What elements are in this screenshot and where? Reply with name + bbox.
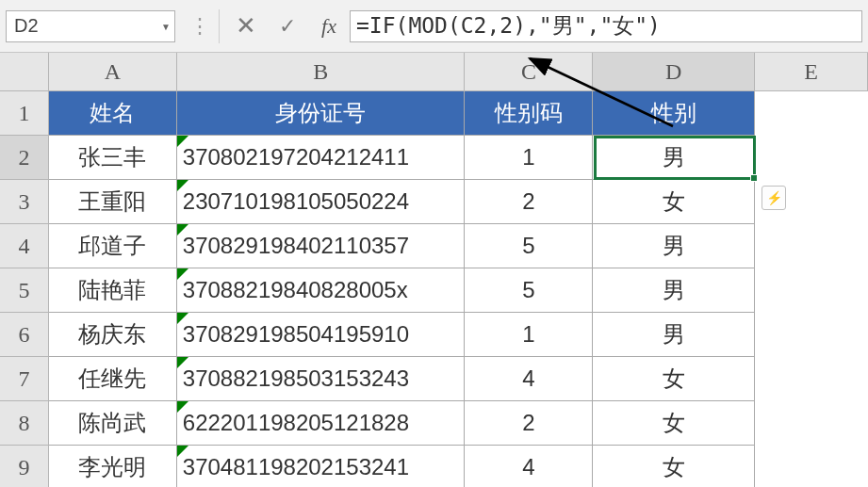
- cell-a4[interactable]: 邱道子: [49, 224, 177, 268]
- col-header-e[interactable]: E: [755, 53, 868, 90]
- col-header-d[interactable]: D: [593, 53, 755, 90]
- cell-d7[interactable]: 女: [593, 357, 755, 401]
- fx-icon[interactable]: fx: [308, 9, 350, 43]
- cell-a9[interactable]: 李光明: [49, 446, 177, 487]
- col-header-b[interactable]: B: [177, 53, 466, 90]
- row-header-7[interactable]: 7: [0, 357, 49, 401]
- cell-a5[interactable]: 陆艳菲: [49, 268, 177, 313]
- cell-b7[interactable]: 370882198503153243: [177, 357, 466, 401]
- cell-b3[interactable]: 230710198105050224: [177, 180, 466, 224]
- cell-c4[interactable]: 5: [465, 224, 593, 268]
- toolbar-drag-handle-icon: ⋮: [185, 14, 213, 39]
- table-row: 1 姓名 身份证号 性别码 性别: [0, 91, 868, 136]
- spreadsheet-grid: A B C D E 1 姓名 身份证号 性别码 性别 2 张三丰 3708021…: [0, 53, 868, 487]
- table-row: 4 邱道子 370829198402110357 5 男: [0, 224, 868, 268]
- formula-toolbar: D2 ▼ ⋮ ✕ ✓ fx =IF(MOD(C2,2),"男","女"): [0, 0, 868, 53]
- cell-e9[interactable]: [755, 446, 868, 487]
- name-box-value: D2: [14, 15, 39, 37]
- formula-bar-value: =IF(MOD(C2,2),"男","女"): [356, 11, 661, 41]
- row-header-8[interactable]: 8: [0, 401, 49, 446]
- cell-d9[interactable]: 女: [593, 446, 755, 487]
- cell-c6[interactable]: 1: [465, 313, 593, 357]
- cell-c1[interactable]: 性别码: [465, 91, 593, 136]
- cell-c8[interactable]: 2: [465, 401, 593, 446]
- cell-b6[interactable]: 370829198504195910: [177, 313, 466, 357]
- cell-e8[interactable]: [755, 401, 868, 446]
- cell-d1[interactable]: 性别: [593, 91, 755, 136]
- cell-b1[interactable]: 身份证号: [177, 91, 466, 136]
- row-header-3[interactable]: 3: [0, 180, 49, 224]
- row-header-6[interactable]: 6: [0, 313, 49, 357]
- formula-bar[interactable]: =IF(MOD(C2,2),"男","女"): [350, 10, 862, 42]
- row-header-1[interactable]: 1: [0, 91, 49, 136]
- cell-d5[interactable]: 男: [593, 268, 755, 313]
- toolbar-separator: [219, 9, 220, 43]
- cell-e4[interactable]: [755, 224, 868, 268]
- row-header-9[interactable]: 9: [0, 446, 49, 487]
- grid-body: 1 姓名 身份证号 性别码 性别 2 张三丰 37080219720421241…: [0, 91, 868, 487]
- cell-d8[interactable]: 女: [593, 401, 755, 446]
- cell-e7[interactable]: [755, 357, 868, 401]
- name-box[interactable]: D2 ▼: [6, 10, 175, 42]
- table-row: 7 任继先 370882198503153243 4 女: [0, 357, 868, 401]
- table-row: 2 张三丰 370802197204212411 1 男: [0, 136, 868, 180]
- table-row: 5 陆艳菲 37088219840828005x 5 男: [0, 268, 868, 313]
- cell-d2[interactable]: 男: [593, 136, 755, 180]
- column-headers: A B C D E: [0, 53, 868, 91]
- cell-a6[interactable]: 杨庆东: [49, 313, 177, 357]
- table-row: 3 王重阳 230710198105050224 2 女: [0, 180, 868, 224]
- row-header-2[interactable]: 2: [0, 136, 49, 180]
- cell-a8[interactable]: 陈尚武: [49, 401, 177, 446]
- cell-e5[interactable]: [755, 268, 868, 313]
- col-header-c[interactable]: C: [465, 53, 593, 90]
- select-all-corner[interactable]: [0, 53, 49, 90]
- cell-c3[interactable]: 2: [465, 180, 593, 224]
- cell-c2[interactable]: 1: [465, 136, 593, 180]
- autofill-options-icon[interactable]: ⚡: [762, 186, 786, 210]
- cell-b4[interactable]: 370829198402110357: [177, 224, 466, 268]
- lightning-icon: ⚡: [766, 190, 782, 205]
- cell-b9[interactable]: 370481198202153241: [177, 446, 466, 487]
- cell-a7[interactable]: 任继先: [49, 357, 177, 401]
- table-row: 6 杨庆东 370829198504195910 1 男: [0, 313, 868, 357]
- cell-e6[interactable]: [755, 313, 868, 357]
- col-header-a[interactable]: A: [49, 53, 177, 90]
- cell-a1[interactable]: 姓名: [49, 91, 177, 136]
- cell-d3[interactable]: 女: [593, 180, 755, 224]
- table-row: 9 李光明 370481198202153241 4 女: [0, 446, 868, 487]
- cell-d6[interactable]: 男: [593, 313, 755, 357]
- cell-c7[interactable]: 4: [465, 357, 593, 401]
- cell-e1[interactable]: [755, 91, 868, 136]
- enter-icon[interactable]: ✓: [267, 9, 308, 43]
- row-header-5[interactable]: 5: [0, 268, 49, 313]
- row-header-4[interactable]: 4: [0, 224, 49, 268]
- cell-c9[interactable]: 4: [465, 446, 593, 487]
- cell-a3[interactable]: 王重阳: [49, 180, 177, 224]
- cell-e2[interactable]: [755, 136, 868, 180]
- cell-b5[interactable]: 37088219840828005x: [177, 268, 466, 313]
- cancel-icon[interactable]: ✕: [225, 9, 267, 43]
- table-row: 8 陈尚武 622201198205121828 2 女: [0, 401, 868, 446]
- name-box-dropdown-icon[interactable]: ▼: [161, 21, 171, 31]
- cell-c5[interactable]: 5: [465, 268, 593, 313]
- cell-b2[interactable]: 370802197204212411: [177, 136, 466, 180]
- cell-b8[interactable]: 622201198205121828: [177, 401, 466, 446]
- cell-d4[interactable]: 男: [593, 224, 755, 268]
- cell-a2[interactable]: 张三丰: [49, 136, 177, 180]
